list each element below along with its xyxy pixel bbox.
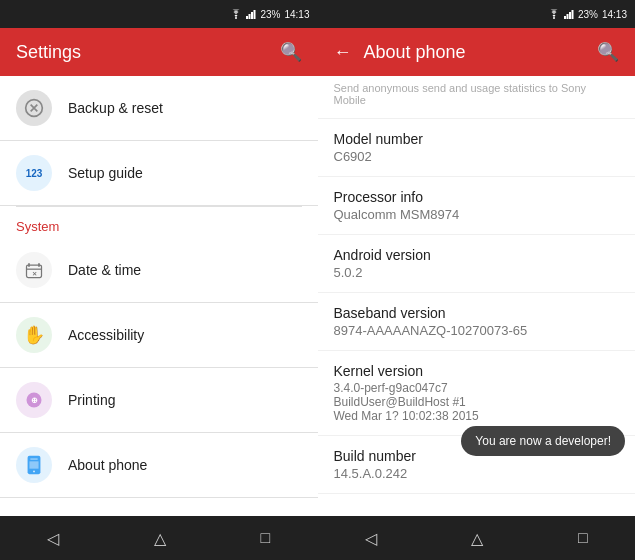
model-label: Model number xyxy=(334,131,620,147)
right-about-list: Send anonymous send and usage statistics… xyxy=(318,76,636,516)
printing-icon: ⊕ xyxy=(16,382,52,418)
svg-rect-4 xyxy=(254,10,256,19)
setup-label: Setup guide xyxy=(68,165,143,181)
left-bottom-nav: ◁ △ □ xyxy=(0,516,318,560)
about-item-anon[interactable]: Send anonymous send and usage statistics… xyxy=(318,76,636,119)
build-value: 14.5.A.0.242 xyxy=(334,466,620,481)
kernel-value: 3.4.0-perf-g9ac047c7 BuildUser@BuildHost… xyxy=(334,381,620,423)
left-time: 14:13 xyxy=(284,9,309,20)
left-settings-list: Backup & reset 123 Setup guide System ✕ … xyxy=(0,76,318,516)
right-recent-btn[interactable]: □ xyxy=(562,521,604,555)
right-header-title: About phone xyxy=(364,42,466,63)
right-bottom-nav: ◁ △ □ xyxy=(318,516,636,560)
settings-item-printing[interactable]: ⊕ Printing xyxy=(0,368,318,433)
setup-icon: 123 xyxy=(16,155,52,191)
svg-rect-21 xyxy=(571,10,573,19)
model-value: C6902 xyxy=(334,149,620,164)
svg-point-17 xyxy=(553,17,555,19)
settings-item-backup[interactable]: Backup & reset xyxy=(0,76,318,141)
right-header-group: ← About phone xyxy=(334,42,466,63)
right-status-icons: 23% 14:13 xyxy=(548,9,627,20)
svg-rect-18 xyxy=(564,16,566,19)
right-battery-text: 23% xyxy=(578,9,598,20)
android-label: Android version xyxy=(334,247,620,263)
right-panel: 23% 14:13 ← About phone 🔍 Send anonymous… xyxy=(318,0,636,560)
about-label: About phone xyxy=(68,457,147,473)
signal-icon xyxy=(246,9,256,19)
left-panel: 23% 14:13 Settings 🔍 Backup & reset 123 … xyxy=(0,0,318,560)
svg-text:✕: ✕ xyxy=(32,271,37,277)
right-signal-icon xyxy=(564,9,574,19)
developer-toast: You are now a developer! xyxy=(461,426,625,456)
wifi-icon xyxy=(230,9,242,19)
processor-value: Qualcomm MSM8974 xyxy=(334,207,620,222)
left-back-btn[interactable]: ◁ xyxy=(31,521,75,556)
about-item-android[interactable]: Android version 5.0.2 xyxy=(318,235,636,293)
svg-rect-20 xyxy=(569,12,571,19)
left-battery-text: 23% xyxy=(260,9,280,20)
left-home-btn[interactable]: △ xyxy=(138,521,182,556)
svg-point-0 xyxy=(235,17,237,19)
printing-label: Printing xyxy=(68,392,115,408)
accessibility-icon: ✋ xyxy=(16,317,52,353)
svg-rect-19 xyxy=(566,14,568,19)
accessibility-label: Accessibility xyxy=(68,327,144,343)
backup-label: Backup & reset xyxy=(68,100,163,116)
backup-icon xyxy=(16,90,52,126)
left-search-button[interactable]: 🔍 xyxy=(280,41,302,63)
baseband-label: Baseband version xyxy=(334,305,620,321)
system-section-header: System xyxy=(0,207,318,238)
android-value: 5.0.2 xyxy=(334,265,620,280)
settings-item-date[interactable]: ✕ Date & time xyxy=(0,238,318,303)
about-item-model[interactable]: Model number C6902 xyxy=(318,119,636,177)
left-statusbar: 23% 14:13 xyxy=(0,0,318,28)
about-item-kernel[interactable]: Kernel version 3.4.0-perf-g9ac047c7 Buil… xyxy=(318,351,636,436)
right-home-btn[interactable]: △ xyxy=(455,521,499,556)
right-search-button[interactable]: 🔍 xyxy=(597,41,619,63)
processor-label: Processor info xyxy=(334,189,620,205)
svg-text:⊕: ⊕ xyxy=(31,395,38,405)
settings-item-setup[interactable]: 123 Setup guide xyxy=(0,141,318,206)
svg-rect-15 xyxy=(29,461,38,468)
date-label: Date & time xyxy=(68,262,141,278)
right-time: 14:13 xyxy=(602,9,627,20)
svg-rect-14 xyxy=(30,459,37,460)
left-header-title: Settings xyxy=(16,42,81,63)
left-app-header: Settings 🔍 xyxy=(0,28,318,76)
right-back-btn[interactable]: ◁ xyxy=(349,521,393,556)
svg-rect-3 xyxy=(251,12,253,19)
settings-item-accessibility[interactable]: ✋ Accessibility xyxy=(0,303,318,368)
about-item-baseband[interactable]: Baseband version 8974-AAAAANAZQ-10270073… xyxy=(318,293,636,351)
date-icon: ✕ xyxy=(16,252,52,288)
svg-rect-2 xyxy=(249,14,251,19)
right-statusbar: 23% 14:13 xyxy=(318,0,636,28)
right-back-arrow[interactable]: ← xyxy=(334,42,352,63)
about-phone-icon xyxy=(16,447,52,483)
about-item-processor[interactable]: Processor info Qualcomm MSM8974 xyxy=(318,177,636,235)
right-wifi-icon xyxy=(548,9,560,19)
svg-point-16 xyxy=(33,471,35,473)
kernel-label: Kernel version xyxy=(334,363,620,379)
svg-rect-1 xyxy=(246,16,248,19)
right-app-header: ← About phone 🔍 xyxy=(318,28,636,76)
anon-stats-text: Send anonymous send and usage statistics… xyxy=(334,82,620,106)
settings-item-about[interactable]: About phone xyxy=(0,433,318,498)
baseband-value: 8974-AAAAANAZQ-10270073-65 xyxy=(334,323,620,338)
left-recent-btn[interactable]: □ xyxy=(245,521,287,555)
left-status-icons: 23% 14:13 xyxy=(230,9,309,20)
